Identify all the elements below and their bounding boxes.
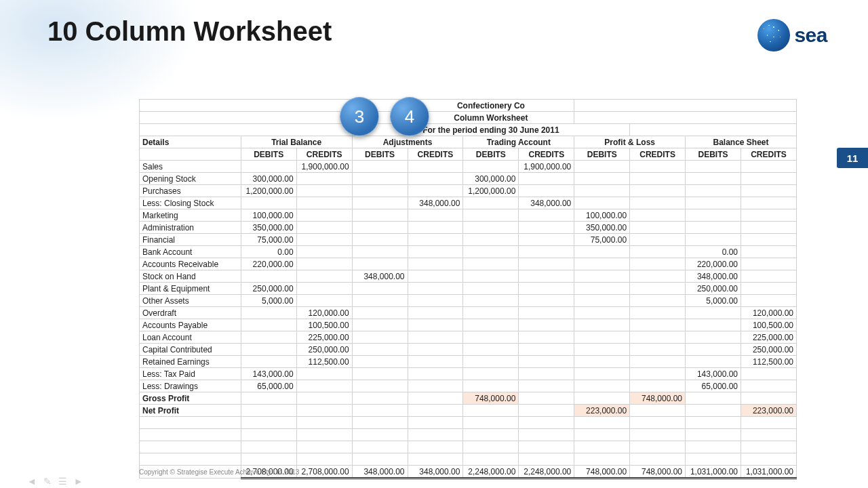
data-cell — [408, 344, 463, 356]
arrow-right-icon[interactable]: ► — [74, 476, 83, 487]
data-cell — [686, 331, 741, 344]
data-cell: 348,000.00 — [519, 197, 574, 209]
data-cell — [408, 161, 463, 173]
cell — [630, 429, 686, 441]
data-cell — [296, 185, 352, 197]
data-cell — [352, 368, 408, 380]
data-cell — [408, 283, 463, 295]
data-cell — [630, 356, 686, 368]
cell — [352, 429, 408, 441]
data-cell — [241, 197, 296, 209]
data-cell — [296, 283, 352, 295]
data-cell — [296, 246, 352, 258]
data-cell — [352, 161, 408, 173]
group-header-2: Trading Account — [463, 136, 574, 148]
details-header: Details — [140, 136, 241, 148]
data-cell — [519, 209, 574, 222]
data-cell: 1,900,000.00 — [296, 161, 352, 173]
row-label: Purchases — [140, 185, 241, 197]
data-cell — [463, 161, 519, 173]
total-cell: 2,248,000.00 — [519, 466, 574, 479]
data-cell — [463, 307, 519, 319]
data-cell — [241, 405, 296, 417]
cell — [574, 429, 630, 441]
data-cell — [463, 319, 519, 331]
data-cell — [519, 307, 574, 319]
data-cell — [296, 392, 352, 405]
total-cell: 348,000.00 — [352, 466, 408, 479]
data-cell: 65,000.00 — [241, 380, 296, 392]
cell — [140, 429, 241, 441]
data-cell — [630, 307, 686, 319]
row-label: Gross Profit — [140, 392, 241, 405]
data-cell — [463, 209, 519, 222]
data-cell — [408, 222, 463, 234]
data-cell — [630, 405, 686, 417]
group-header-3: Profit & Loss — [574, 136, 686, 148]
cell — [630, 453, 686, 466]
data-cell — [241, 319, 296, 331]
cell — [241, 441, 296, 453]
data-cell — [519, 295, 574, 307]
data-cell: 250,000.00 — [686, 283, 741, 295]
data-cell — [463, 405, 519, 417]
data-cell: 223,000.00 — [741, 405, 796, 417]
data-cell — [630, 173, 686, 185]
copyright-footer: Copyright © Strategise Execute Achieve P… — [139, 468, 299, 476]
row-label: Stock on Hand — [140, 270, 241, 283]
group-header-4: Balance Sheet — [686, 136, 797, 148]
logo: sea — [757, 19, 827, 52]
data-cell — [463, 234, 519, 246]
data-cell — [352, 392, 408, 405]
cell — [140, 453, 241, 466]
data-cell — [574, 392, 630, 405]
cell — [574, 417, 630, 429]
pen-icon[interactable]: ✎ — [43, 476, 52, 487]
arrow-left-icon[interactable]: ◄ — [27, 476, 37, 487]
cell — [519, 417, 574, 429]
nav-icons: ◄ ✎ ☰ ► — [27, 476, 83, 487]
company-title: Confectionery Co — [408, 100, 574, 112]
data-cell: 120,000.00 — [296, 307, 352, 319]
data-cell: 5,000.00 — [241, 295, 296, 307]
row-label: Net Profit — [140, 405, 241, 417]
data-cell — [519, 380, 574, 392]
data-cell — [408, 173, 463, 185]
data-cell — [741, 161, 796, 173]
data-cell: 143,000.00 — [241, 368, 296, 380]
row-label: Accounts Receivable — [140, 258, 241, 270]
doc-subtitle: Column Worksheet — [408, 112, 574, 124]
data-cell: 348,000.00 — [686, 270, 741, 283]
data-cell — [408, 209, 463, 222]
cell — [241, 453, 296, 466]
data-cell — [408, 185, 463, 197]
data-cell — [352, 246, 408, 258]
data-cell — [741, 392, 796, 405]
cell — [296, 429, 352, 441]
menu-icon[interactable]: ☰ — [58, 476, 67, 487]
data-cell — [574, 283, 630, 295]
debit-header: DEBITS — [463, 148, 519, 161]
data-cell: 348,000.00 — [408, 197, 463, 209]
data-cell — [296, 295, 352, 307]
data-cell: 250,000.00 — [296, 344, 352, 356]
cell — [574, 100, 797, 112]
row-label: Plant & Equipment — [140, 283, 241, 295]
data-cell — [686, 392, 741, 405]
data-cell — [463, 344, 519, 356]
data-cell — [574, 161, 630, 173]
data-cell — [352, 197, 408, 209]
data-cell — [741, 246, 796, 258]
data-cell — [296, 209, 352, 222]
row-label: Marketing — [140, 209, 241, 222]
data-cell — [408, 405, 463, 417]
data-cell — [686, 344, 741, 356]
total-cell: 748,000.00 — [574, 466, 630, 479]
credit-header: CREDITS — [630, 148, 686, 161]
data-cell — [296, 222, 352, 234]
data-cell: 5,000.00 — [686, 295, 741, 307]
credit-header: CREDITS — [741, 148, 796, 161]
data-cell: 250,000.00 — [241, 283, 296, 295]
data-cell — [630, 344, 686, 356]
data-cell — [630, 295, 686, 307]
